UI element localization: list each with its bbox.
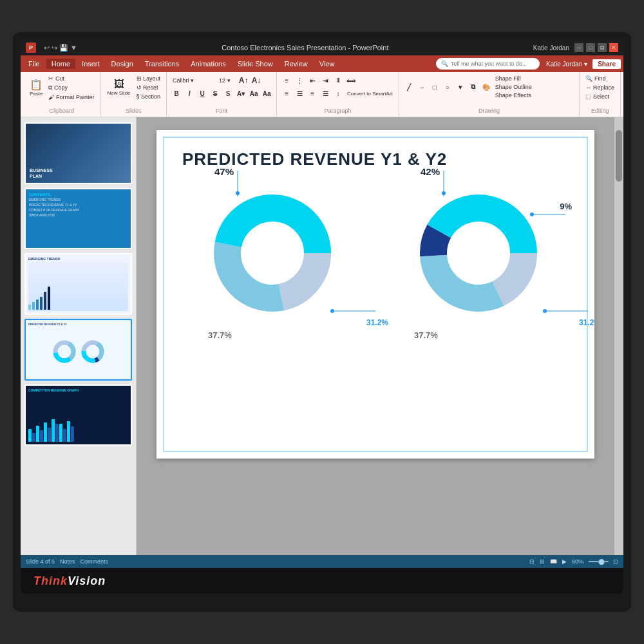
svg-point-8 — [236, 191, 240, 195]
justify-button[interactable]: ☰ — [319, 88, 331, 99]
slide-4-title: PREDICTED REVENUE Y1 & Y2 — [28, 323, 128, 326]
shape-outline-button[interactable]: Shape Outline — [493, 83, 534, 91]
view-slideshow-icon[interactable]: ▶ — [562, 558, 567, 565]
view-slide-sorter-icon[interactable]: ⊞ — [540, 558, 545, 565]
convert-smartart-button[interactable]: Convert to SmartArt — [345, 90, 395, 97]
columns-button[interactable]: ⫴ — [332, 75, 344, 86]
font-family-dropdown[interactable]: Calibri ▾ — [171, 77, 216, 84]
menu-file[interactable]: File — [23, 59, 45, 69]
clear-format-button[interactable]: Aa — [261, 88, 272, 99]
undo-button[interactable]: ↩ — [44, 44, 50, 52]
slide-5-bars — [28, 393, 128, 442]
arrange-button[interactable]: ⧉ — [468, 81, 479, 93]
slide-counter: Slide 4 of 5 — [26, 558, 55, 565]
menu-home[interactable]: Home — [46, 59, 75, 69]
slide-thumb-4[interactable]: 4 PREDICTED REVENUE Y1 & Y2 — [24, 319, 132, 381]
align-left-button[interactable]: ≡ — [281, 88, 292, 99]
section-button[interactable]: § Section — [135, 93, 163, 100]
slide-5-title: COMPETITOR REVENUE GRAPH — [28, 388, 128, 392]
replace-button[interactable]: ↔ Replace — [583, 84, 616, 91]
align-right-button[interactable]: ≡ — [307, 88, 318, 99]
maximize-button[interactable]: □ — [586, 43, 595, 52]
reset-button[interactable]: ↺ Reset — [135, 84, 163, 91]
menu-transitions[interactable]: Transitions — [140, 59, 184, 69]
view-normal-icon[interactable]: ⊟ — [529, 558, 535, 565]
text-shadow-button[interactable]: S — [222, 88, 234, 99]
new-slide-label: New Slide — [108, 90, 131, 96]
layout-button[interactable]: ⊞ Layout — [135, 75, 163, 82]
menu-review[interactable]: Review — [279, 59, 313, 69]
numbering-button[interactable]: ⋮ — [294, 75, 305, 86]
decrease-font-button[interactable]: A↓ — [251, 75, 262, 86]
main-slide[interactable]: PREDICTED REVENUE Y1 & Y2 47% — [156, 130, 594, 459]
search-input[interactable] — [451, 61, 535, 67]
shape-effects-button[interactable]: Shape Effects — [493, 91, 534, 99]
shape-line-button[interactable]: ╱ — [403, 81, 415, 93]
slide-thumb-5[interactable]: 5 COMPETITOR REVENUE GRAPH — [24, 384, 132, 446]
shape-oval-button[interactable]: ○ — [442, 81, 453, 93]
new-slide-button[interactable]: 🖼 New Slide — [105, 78, 133, 97]
customize-button[interactable]: ▼ — [70, 44, 77, 52]
search-bar[interactable]: 🔍 — [436, 58, 540, 70]
view-reading-icon[interactable]: 📖 — [550, 558, 557, 565]
editing-label: Editing — [583, 108, 616, 114]
italic-button[interactable]: I — [184, 88, 195, 99]
shape-fill-button[interactable]: Shape Fill — [493, 75, 534, 82]
zoom-slider[interactable]: ━━━⬤━ — [589, 558, 608, 565]
increase-font-button[interactable]: A↑ — [238, 75, 249, 86]
slide-thumb-1[interactable]: 1 BUSINESSPLAN — [24, 122, 132, 184]
slide-3-chart — [28, 262, 128, 311]
paste-icon: 📋 — [30, 80, 43, 90]
font-color-dropdown[interactable]: A▾ — [235, 88, 247, 99]
bullets-button[interactable]: ≡ — [281, 75, 292, 86]
shape-rect-button[interactable]: □ — [429, 81, 440, 93]
strikethrough-button[interactable]: S — [209, 88, 221, 99]
cut-button[interactable]: ✂ Cut — [46, 75, 96, 82]
line-spacing-button[interactable]: ↕ — [332, 88, 344, 99]
underline-button[interactable]: U — [196, 88, 208, 99]
slide-1-title: BUSINESSPLAN — [30, 167, 127, 179]
save-button[interactable]: 💾 — [59, 44, 68, 52]
close-button[interactable]: ✕ — [609, 43, 618, 52]
fit-slide-button[interactable]: ⊡ — [613, 558, 618, 565]
font-size-alt[interactable]: Aа — [248, 88, 260, 99]
slide-thumb-2[interactable]: 2 CONTENTS EMERGING TRENDS PREDICTED REV… — [24, 188, 132, 250]
menu-insert[interactable]: Insert — [77, 59, 105, 69]
menu-view[interactable]: View — [314, 59, 340, 69]
bar-e1 — [59, 424, 62, 442]
minimize-button[interactable]: ─ — [574, 43, 583, 52]
find-button[interactable]: 🔍 Find — [583, 75, 616, 82]
paste-button[interactable]: 📋 Paste — [27, 79, 45, 98]
main-area: 1 BUSINESSPLAN 2 CONTENTS EMERGING TREND… — [21, 117, 623, 555]
vertical-scrollbar[interactable] — [614, 117, 623, 555]
increase-indent-button[interactable]: ⇥ — [319, 75, 331, 86]
format-painter-button[interactable]: 🖌 Format Painter — [46, 93, 96, 101]
quick-styles-button[interactable]: 🎨 — [480, 81, 492, 93]
slide-2-item3: COMPETITOR REVENUE GRAPH — [29, 208, 128, 212]
font-size-dropdown[interactable]: 12 ▾ — [217, 77, 236, 84]
shape-arrow-button[interactable]: → — [416, 81, 428, 93]
slide-main-title: PREDICTED REVENUE Y1 & Y2 — [182, 149, 594, 169]
decrease-indent-button[interactable]: ⇤ — [307, 75, 318, 86]
share-button[interactable]: Share — [592, 59, 621, 69]
comments-status[interactable]: Comments — [80, 558, 109, 565]
align-text-button[interactable]: ⟺ — [345, 75, 357, 86]
scrollbar-thumb[interactable] — [616, 130, 622, 182]
menu-design[interactable]: Design — [106, 59, 138, 69]
thinkvision-logo: ThinkVision — [33, 574, 106, 588]
menu-animations[interactable]: Animations — [185, 59, 231, 69]
bold-button[interactable]: B — [171, 88, 182, 99]
restore-button[interactable]: ⧉ — [598, 43, 607, 52]
slide-thumb-3[interactable]: 3 EMERGING TRENDS — [24, 253, 132, 315]
ribbon-clipboard-row: 📋 Paste ✂ Cut ⧉ Copy 🖌 Format Painter — [27, 75, 97, 101]
more-shapes-button[interactable]: ▾ — [455, 81, 466, 93]
ribbon-group-clipboard: 📋 Paste ✂ Cut ⧉ Copy 🖌 Format Painter Cl… — [23, 72, 101, 117]
monitor-screen: P ↩ ↪ 💾 ▼ Contoso Electronics Sales Pres… — [21, 40, 623, 568]
redo-button[interactable]: ↪ — [52, 44, 57, 52]
copy-button[interactable]: ⧉ Copy — [46, 84, 96, 92]
menu-slideshow[interactable]: Slide Show — [232, 59, 278, 69]
select-button[interactable]: ⬚ Select — [583, 93, 616, 100]
align-center-button[interactable]: ☰ — [294, 88, 305, 99]
notes-status[interactable]: Notes — [60, 558, 75, 565]
paste-label: Paste — [30, 91, 43, 97]
